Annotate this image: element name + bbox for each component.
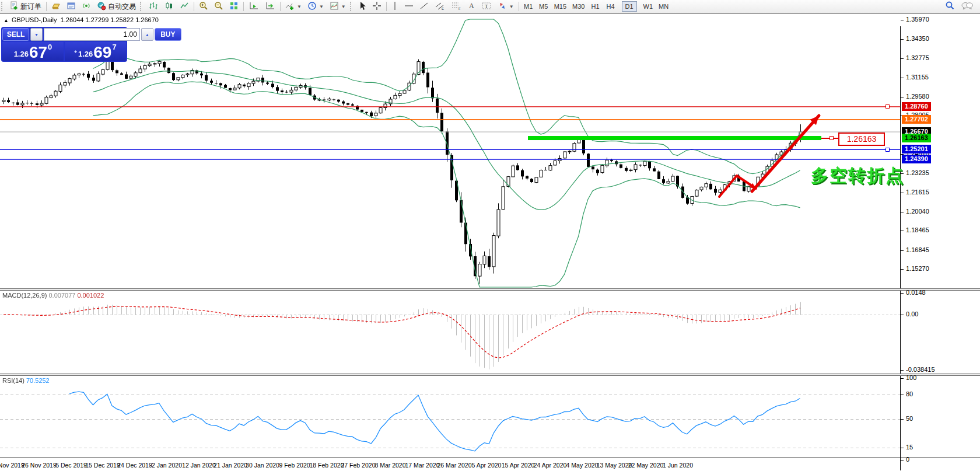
axis-tick bbox=[901, 193, 904, 193]
bar-chart-button[interactable] bbox=[145, 1, 162, 12]
indicators-button[interactable]: ▼ bbox=[282, 1, 304, 12]
toolbar-grip[interactable] bbox=[1, 2, 5, 11]
sell-button[interactable]: SELL bbox=[2, 28, 29, 41]
price-tick-label: 1.20040 bbox=[906, 208, 929, 215]
tile-windows-button[interactable] bbox=[226, 1, 242, 12]
toolbar-grip[interactable] bbox=[350, 2, 354, 11]
horizontal-line-button[interactable] bbox=[401, 1, 416, 12]
crosshair-button[interactable] bbox=[369, 1, 384, 12]
hline-handle[interactable] bbox=[886, 148, 890, 152]
chat-button[interactable] bbox=[958, 1, 977, 12]
axis-tick bbox=[901, 370, 904, 371]
equidistant-channel-icon: E bbox=[435, 1, 445, 12]
hline-handle[interactable] bbox=[886, 104, 890, 109]
cursor-icon bbox=[358, 1, 366, 12]
line-chart-button[interactable] bbox=[177, 1, 192, 12]
text-icon: A bbox=[467, 1, 475, 12]
timeframe-m5[interactable]: M5 bbox=[536, 1, 551, 12]
timeframe-h4[interactable]: H4 bbox=[603, 1, 618, 12]
crosshair-icon bbox=[372, 1, 382, 12]
fibonacci-button[interactable]: F bbox=[448, 1, 464, 12]
market-watch-button[interactable] bbox=[48, 1, 64, 12]
date-label: 17 Nov 2019 bbox=[0, 462, 24, 469]
price-tick-label: 1.16845 bbox=[906, 246, 929, 253]
axis-tick bbox=[901, 293, 904, 294]
buy-price[interactable]: ◆ 1.26 69 7 bbox=[65, 42, 126, 61]
panel-splitter[interactable] bbox=[0, 288, 980, 291]
autotrading-button[interactable]: 自动交易 bbox=[94, 1, 139, 12]
rsi-label: RSI(14) 70.5252 bbox=[2, 377, 50, 384]
date-label: 15 Dec 2019 bbox=[85, 462, 120, 469]
svg-text:E: E bbox=[442, 7, 444, 11]
fibonacci-icon: F bbox=[451, 1, 461, 12]
periods-icon bbox=[307, 1, 317, 12]
support-line-handle[interactable] bbox=[830, 136, 834, 140]
periods-button[interactable]: ▼ bbox=[304, 1, 327, 12]
axis-tick bbox=[901, 20, 904, 20]
price-tick-label: 1.21615 bbox=[906, 189, 929, 196]
support-price-label[interactable]: 1.26163 bbox=[838, 132, 885, 146]
horizontal-line-icon bbox=[404, 1, 414, 12]
templates-button[interactable]: ▼ bbox=[327, 1, 349, 12]
rsi-tick-label: 15 bbox=[906, 444, 913, 451]
templates-icon bbox=[330, 1, 339, 12]
sell-price-point: 0 bbox=[48, 43, 52, 51]
volume-decrease-button[interactable]: ▼ bbox=[30, 28, 43, 41]
timeframe-h1[interactable]: H1 bbox=[588, 1, 603, 12]
trendline-button[interactable] bbox=[416, 1, 432, 12]
navigator-icon bbox=[82, 1, 91, 12]
arrows-button[interactable]: ▼ bbox=[495, 1, 517, 12]
timeframe-m30[interactable]: M30 bbox=[569, 1, 587, 12]
timeframe-d1[interactable]: D1 bbox=[622, 1, 637, 12]
data-window-button[interactable] bbox=[64, 1, 79, 12]
date-label: 12 Jan 2020 bbox=[182, 462, 216, 469]
zoom-in-button[interactable] bbox=[196, 1, 211, 12]
chart-shift-button[interactable] bbox=[262, 1, 278, 12]
rsi-panel: RSI(14) 70.5252 bbox=[0, 376, 980, 458]
zoom-out-button[interactable] bbox=[211, 1, 226, 12]
auto-scroll-button[interactable] bbox=[246, 1, 262, 12]
panel-splitter[interactable] bbox=[0, 374, 980, 376]
rsi-canvas[interactable] bbox=[0, 376, 900, 458]
date-label: 30 Jan 2020 bbox=[246, 462, 279, 469]
vertical-line-button[interactable] bbox=[388, 1, 401, 12]
text-button[interactable]: A bbox=[464, 1, 478, 12]
main-chart-canvas[interactable] bbox=[0, 13, 900, 288]
cursor-button[interactable] bbox=[355, 1, 369, 12]
axis-tick bbox=[901, 269, 904, 270]
chart-window: ▲GBPUSD-,Daily 1.26044 1.27299 1.25822 1… bbox=[0, 13, 980, 471]
price-tick-label: 1.35970 bbox=[906, 16, 929, 23]
sell-price[interactable]: 1.26 67 0 bbox=[2, 42, 64, 61]
toolbar-grip[interactable] bbox=[140, 2, 144, 11]
autotrading-label: 自动交易 bbox=[108, 2, 136, 12]
tile-windows-icon bbox=[229, 1, 239, 12]
chat-icon bbox=[961, 1, 974, 13]
auto-scroll-icon bbox=[249, 1, 259, 12]
volume-input[interactable] bbox=[44, 28, 140, 41]
axis-tick bbox=[901, 212, 904, 212]
axis-tick bbox=[901, 97, 904, 97]
axis-tick bbox=[901, 78, 904, 78]
equidistant-channel-button[interactable]: E bbox=[432, 1, 448, 12]
search-button[interactable] bbox=[942, 1, 958, 12]
date-label: 9 Feb 2020 bbox=[279, 462, 310, 469]
macd-canvas[interactable] bbox=[0, 291, 900, 374]
buy-button[interactable]: BUY bbox=[155, 28, 181, 41]
timeframe-m15[interactable]: M15 bbox=[551, 1, 569, 12]
timeframe-mn[interactable]: MN bbox=[656, 1, 671, 12]
volume-increase-button[interactable]: ▲ bbox=[141, 28, 153, 41]
navigator-button[interactable] bbox=[79, 1, 94, 12]
turning-point-annotation[interactable]: 多空转折点 bbox=[811, 164, 904, 188]
timeframe-w1[interactable]: W1 bbox=[640, 1, 656, 12]
date-label: 24 Apr 2020 bbox=[534, 462, 567, 469]
price-tick-label: 1.18465 bbox=[906, 226, 929, 233]
chart-shift-icon bbox=[265, 1, 275, 12]
text-label-button[interactable]: T bbox=[478, 1, 495, 12]
new-order-button[interactable]: 新订单 bbox=[6, 1, 44, 12]
sell-price-pips: 67 bbox=[29, 45, 47, 60]
timeframe-m1[interactable]: M1 bbox=[521, 1, 536, 12]
candlestick-chart-button[interactable] bbox=[162, 1, 177, 12]
one-click-panel-toggle[interactable]: ▲ bbox=[4, 18, 9, 23]
trendline-icon bbox=[419, 1, 429, 12]
svg-text:T: T bbox=[485, 3, 488, 9]
